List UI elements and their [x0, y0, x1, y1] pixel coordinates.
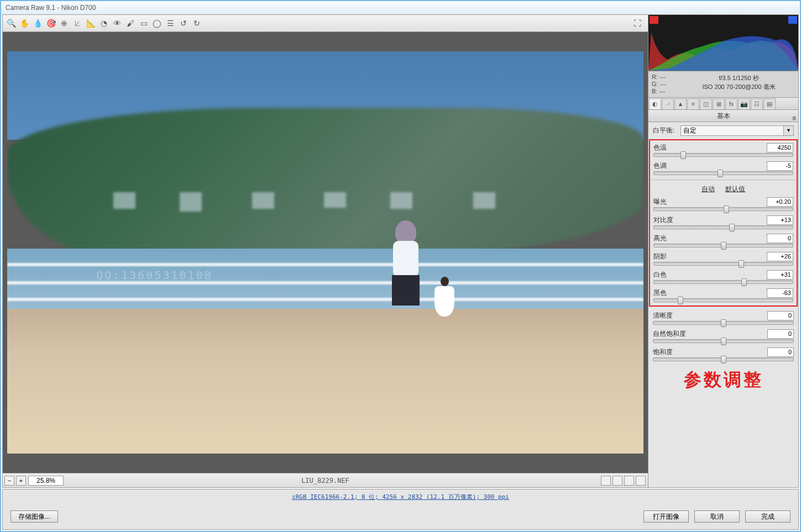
shadow-clip-icon[interactable] [650, 16, 658, 24]
clarity-label: 清晰度 [653, 311, 767, 320]
temp-input[interactable]: 4250 [767, 143, 793, 152]
tab-camera[interactable]: 📷 [738, 98, 750, 109]
footer: sRGB IEC61966-2.1; 8 位; 4256 x 2832 (12.… [2, 489, 799, 530]
main-area: 🔍 ✋ 💧 🎯 ⊕ ⟀ 📐 ◔ 👁 🖌 ▭ ◯ ☰ ↺ ↻ ⛶ [2, 14, 799, 488]
rating-icon[interactable] [612, 476, 622, 486]
title-bar: Camera Raw 9.1 - Nikon D700 [1, 1, 800, 14]
exif-iso: ISO 200 70-200@200 毫米 [682, 82, 796, 91]
tint-input[interactable]: -5 [767, 161, 793, 171]
shadows-input[interactable]: +26 [767, 252, 793, 261]
saturation-input[interactable]: 0 [767, 347, 794, 357]
straighten-icon[interactable]: 📐 [85, 17, 97, 29]
tab-hsl[interactable]: ≡ [687, 98, 699, 109]
settings-icon[interactable] [636, 476, 646, 486]
tab-presets[interactable]: ☷ [751, 98, 763, 109]
g-value: G: --- [652, 81, 676, 88]
blacks-slider[interactable] [653, 298, 793, 302]
save-image-button[interactable]: 存储图像... [11, 510, 58, 523]
preview-area[interactable]: QQ:1360531010B [3, 32, 648, 473]
rotate-ccw-icon[interactable]: ↺ [177, 17, 190, 29]
shadows-slider[interactable] [653, 262, 793, 266]
saturation-slider[interactable] [653, 357, 794, 361]
wb-label: 白平衡: [653, 126, 680, 135]
open-image-button[interactable]: 打开图像 [643, 510, 689, 523]
zoom-in-button[interactable]: + [16, 476, 26, 486]
fullscreen-icon[interactable]: ⛶ [631, 17, 643, 29]
exposure-input[interactable]: +0.20 [767, 197, 793, 207]
r-value: R: --- [652, 73, 676, 81]
tab-fx[interactable]: fx [725, 98, 737, 109]
tab-basic[interactable]: ◐ [649, 98, 661, 109]
clarity-slider[interactable] [653, 321, 794, 325]
done-button[interactable]: 完成 [745, 510, 790, 523]
default-link[interactable]: 默认值 [725, 185, 745, 193]
cancel-button[interactable]: 取消 [694, 510, 740, 523]
saturation-label: 饱和度 [653, 347, 767, 357]
vibrance-slider[interactable] [653, 339, 794, 343]
wb-tool-icon[interactable]: 💧 [32, 17, 44, 29]
radial-filter-icon[interactable]: ◯ [151, 17, 163, 29]
workflow-link[interactable]: sRGB IEC61966-2.1; 8 位; 4256 x 2832 (12.… [292, 493, 509, 501]
tint-label: 色调 [653, 161, 767, 171]
temp-label: 色温 [653, 143, 767, 152]
tint-slider[interactable] [653, 171, 793, 175]
tab-snapshots[interactable]: ▤ [763, 98, 776, 109]
highlights-slider[interactable] [653, 244, 793, 247]
panel-menu-icon[interactable]: ≡ [792, 112, 796, 124]
toolbar: 🔍 ✋ 💧 🎯 ⊕ ⟀ 📐 ◔ 👁 🖌 ▭ ◯ ☰ ↺ ↻ ⛶ [3, 15, 648, 32]
highlighted-group: 色温4250 色调-5 自动 默认值 曝光+0.20 对比度+13 高光0 阴影… [649, 139, 798, 307]
wb-dropdown-icon[interactable]: ▼ [784, 125, 794, 136]
prefs-icon[interactable]: ☰ [164, 17, 176, 29]
hand-tool-icon[interactable]: ✋ [18, 17, 30, 29]
exif-aperture: f/3.5 1/1250 秒 [682, 73, 796, 82]
filename-label: LIU_8229.NEF [301, 477, 349, 484]
contrast-input[interactable]: +13 [767, 215, 793, 225]
right-panel: R: --- G: --- B: --- f/3.5 1/1250 秒 ISO … [648, 15, 798, 487]
tab-lens[interactable]: ⊞ [713, 98, 725, 109]
tab-detail[interactable]: ▲ [674, 98, 687, 109]
crop-tool-icon[interactable]: ⟀ [71, 17, 83, 29]
b-value: B: --- [652, 88, 676, 95]
highlight-clip-icon[interactable] [788, 16, 797, 24]
auto-link[interactable]: 自动 [701, 185, 715, 193]
clarity-input[interactable]: 0 [767, 311, 794, 320]
wb-select[interactable]: 自定 [680, 125, 784, 136]
highlights-label: 高光 [653, 234, 767, 243]
panel-tabs: ◐ ⟋ ▲ ≡ ◫ ⊞ fx 📷 ☷ ▤ [648, 98, 798, 110]
target-adjust-icon[interactable]: ⊕ [58, 17, 70, 29]
tab-split[interactable]: ◫ [700, 98, 712, 109]
spot-removal-icon[interactable]: ◔ [98, 17, 110, 29]
exposure-slider[interactable] [653, 207, 793, 211]
left-panel: 🔍 ✋ 💧 🎯 ⊕ ⟀ 📐 ◔ 👁 🖌 ▭ ◯ ☰ ↺ ↻ ⛶ [3, 15, 648, 487]
contrast-label: 对比度 [653, 215, 767, 225]
whites-input[interactable]: +31 [767, 270, 793, 280]
vibrance-label: 自然饱和度 [653, 329, 767, 339]
watermark: QQ:1360531010B [96, 268, 213, 282]
zoom-value[interactable]: 25.8% [28, 476, 64, 486]
exposure-label: 曝光 [653, 197, 767, 207]
status-bar: − + 25.8% LIU_8229.NEF [3, 473, 648, 487]
info-bar: R: --- G: --- B: --- f/3.5 1/1250 秒 ISO … [648, 71, 798, 98]
contrast-slider[interactable] [653, 225, 793, 229]
zoom-tool-icon[interactable]: 🔍 [5, 17, 17, 29]
color-sampler-icon[interactable]: 🎯 [45, 17, 57, 29]
tab-curve[interactable]: ⟋ [662, 98, 674, 109]
rotate-cw-icon[interactable]: ↻ [191, 17, 203, 29]
redeye-icon[interactable]: 👁 [111, 17, 123, 29]
zoom-out-button[interactable]: − [4, 476, 14, 486]
highlights-input[interactable]: 0 [767, 234, 793, 243]
vibrance-input[interactable]: 0 [767, 329, 794, 339]
preview-image: QQ:1360531010B [7, 51, 643, 454]
filter-icon[interactable] [601, 476, 611, 486]
shadows-label: 阴影 [653, 252, 767, 261]
histogram[interactable] [648, 15, 798, 71]
whites-slider[interactable] [653, 280, 793, 284]
whites-label: 白色 [653, 270, 767, 280]
graduated-filter-icon[interactable]: ▭ [138, 17, 150, 29]
strip-icon[interactable] [624, 476, 634, 486]
temp-slider[interactable] [653, 153, 793, 157]
adjustment-brush-icon[interactable]: 🖌 [124, 17, 137, 29]
panel-title: 基本 ≡ [648, 110, 798, 122]
annotation-text: 参数调整 [653, 368, 794, 392]
blacks-input[interactable]: -63 [767, 288, 793, 298]
